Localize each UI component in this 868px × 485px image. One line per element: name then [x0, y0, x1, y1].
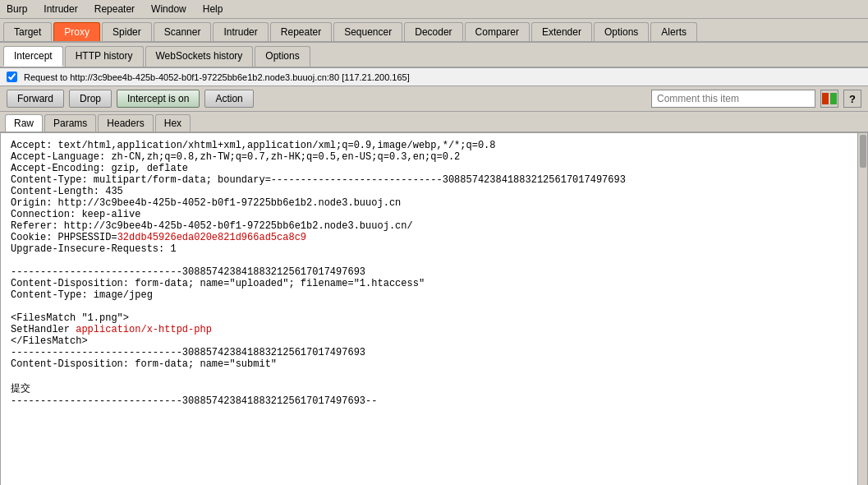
drop-button[interactable]: Drop: [69, 90, 112, 108]
tab-proxy[interactable]: Proxy: [53, 22, 100, 41]
menu-repeater[interactable]: Repeater: [91, 2, 138, 16]
menu-burp[interactable]: Burp: [3, 2, 30, 16]
intercept-toggle-button[interactable]: Intercept is on: [117, 90, 200, 108]
request-checkbox[interactable]: [7, 72, 17, 82]
sub-tabs: Intercept HTTP history WebSockets histor…: [0, 43, 868, 68]
content-tab-params[interactable]: Params: [44, 114, 96, 132]
request-url: Request to http://3c9bee4b-425b-4052-b0f…: [24, 72, 410, 82]
subtab-http-history[interactable]: HTTP history: [65, 46, 144, 67]
tab-extender[interactable]: Extender: [531, 22, 592, 41]
content-tabs: Raw Params Headers Hex: [0, 112, 868, 132]
tab-intruder[interactable]: Intruder: [213, 22, 268, 41]
help-icon[interactable]: ?: [843, 90, 861, 108]
highlight-icon[interactable]: [820, 90, 838, 108]
tab-scanner[interactable]: Scanner: [154, 22, 212, 41]
content-tab-headers[interactable]: Headers: [98, 114, 153, 132]
action-button[interactable]: Action: [204, 90, 253, 108]
request-info-bar: Request to http://3c9bee4b-425b-4052-b0f…: [0, 68, 868, 86]
app-tabs: Target Proxy Spider Scanner Intruder Rep…: [0, 19, 868, 43]
menu-help[interactable]: Help: [200, 2, 227, 16]
scroll-thumb[interactable]: [860, 135, 866, 168]
request-text[interactable]: Accept: text/html,application/xhtml+xml,…: [1, 133, 857, 485]
scrollbar[interactable]: [857, 133, 867, 485]
tab-repeater[interactable]: Repeater: [270, 22, 332, 41]
tab-target[interactable]: Target: [3, 22, 52, 41]
tab-alerts[interactable]: Alerts: [650, 22, 697, 41]
forward-button[interactable]: Forward: [7, 90, 64, 108]
request-body-area: Accept: text/html,application/xhtml+xml,…: [0, 132, 868, 485]
tab-spider[interactable]: Spider: [102, 22, 152, 41]
tab-comparer[interactable]: Comparer: [465, 22, 530, 41]
tab-sequencer[interactable]: Sequencer: [333, 22, 402, 41]
content-tab-raw[interactable]: Raw: [5, 114, 43, 132]
subtab-options[interactable]: Options: [255, 46, 310, 67]
content-wrapper: Accept: text/html,application/xhtml+xml,…: [0, 132, 868, 485]
comment-input[interactable]: [651, 90, 815, 108]
tab-options[interactable]: Options: [594, 22, 649, 41]
menu-window[interactable]: Window: [148, 2, 190, 16]
tab-decoder[interactable]: Decoder: [404, 22, 462, 41]
toolbar: Forward Drop Intercept is on Action ?: [0, 86, 868, 112]
menu-intruder[interactable]: Intruder: [40, 2, 80, 16]
subtab-intercept[interactable]: Intercept: [3, 46, 63, 67]
subtab-websockets-history[interactable]: WebSockets history: [145, 46, 254, 67]
menu-bar: Burp Intruder Repeater Window Help: [0, 0, 868, 19]
content-tab-hex[interactable]: Hex: [155, 114, 191, 132]
